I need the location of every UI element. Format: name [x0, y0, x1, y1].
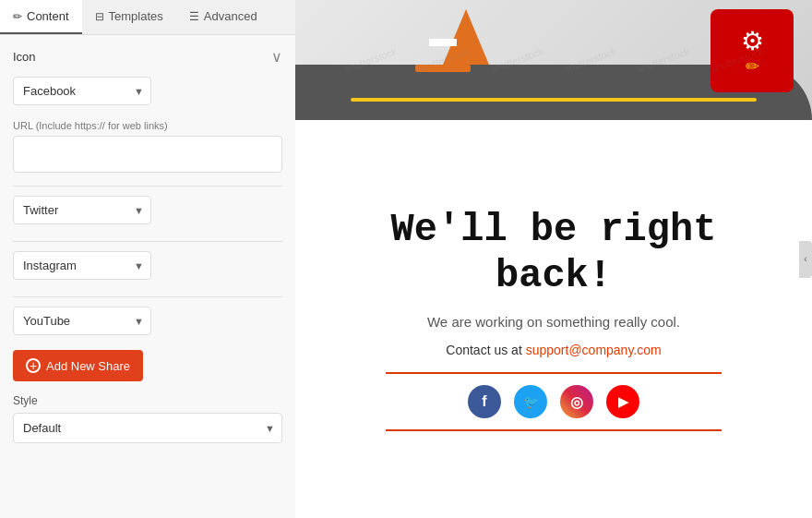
divider-1: [13, 186, 282, 187]
construction-image: ⚙ ✏ shutterstock shutterstock shuttersto…: [295, 0, 812, 120]
instagram-icon: ◎: [570, 393, 583, 411]
left-panel: ✏ Content ⊟ Templates ☰ Advanced Icon ∨ …: [0, 0, 295, 518]
twitter-select[interactable]: Twitter Facebook Instagram YouTube: [13, 196, 151, 224]
content-tab-icon: ✏: [13, 10, 22, 23]
youtube-select[interactable]: YouTube Facebook Twitter Instagram: [13, 307, 151, 335]
tab-content[interactable]: ✏ Content: [0, 0, 82, 34]
youtube-icon: ▶: [618, 394, 628, 409]
main-content: We'll be right back! We are working on s…: [295, 120, 812, 518]
contact-email: support@company.com: [526, 343, 662, 357]
coming-soon-subtitle: We are working on something really cool.: [427, 314, 680, 330]
watermark-container: shutterstock shutterstock shutterstock s…: [295, 0, 812, 120]
templates-tab-icon: ⊟: [95, 10, 104, 23]
style-label: Style: [13, 394, 282, 407]
panel-content: Icon ∨ Facebook Twitter Instagram YouTub…: [0, 35, 295, 518]
youtube-row: YouTube Facebook Twitter Instagram ▼: [13, 307, 282, 343]
facebook-icon: f: [482, 393, 486, 410]
advanced-tab-icon: ☰: [189, 10, 199, 23]
youtube-select-wrapper: YouTube Facebook Twitter Instagram ▼: [13, 307, 151, 335]
contact-prefix: Contact us at: [446, 343, 522, 357]
icon-section-header: Icon ∨: [13, 48, 282, 66]
right-panel: ⚙ ✏ shutterstock shutterstock shuttersto…: [295, 0, 812, 518]
contact-line: Contact us at support@company.com: [446, 343, 661, 357]
url-label: URL (Include https:// for web links): [13, 120, 282, 131]
title-line1: We'll be right: [391, 207, 717, 253]
add-new-share-button[interactable]: + Add New Share: [13, 350, 143, 381]
facebook-row: Facebook Twitter Instagram YouTube ▼: [13, 77, 282, 113]
watermark-3: shutterstock: [489, 45, 544, 75]
watermark-5: shutterstock: [636, 45, 691, 75]
tab-content-label: Content: [27, 9, 69, 23]
style-select-wrapper: Default ▼: [13, 413, 282, 443]
icon-section-title: Icon: [13, 50, 36, 64]
tab-bar: ✏ Content ⊟ Templates ☰ Advanced: [0, 0, 295, 35]
url-input[interactable]: [13, 136, 282, 173]
title-line2: back!: [391, 253, 717, 299]
tab-templates-label: Templates: [109, 9, 163, 23]
facebook-select[interactable]: Facebook Twitter Instagram YouTube: [13, 77, 151, 105]
facebook-select-wrapper: Facebook Twitter Instagram YouTube ▼: [13, 77, 151, 105]
watermark-2: shutterstock: [416, 45, 472, 75]
social-icon-instagram[interactable]: ◎: [560, 385, 593, 418]
instagram-select-wrapper: Instagram Facebook Twitter YouTube ▼: [13, 251, 151, 280]
social-icon-twitter[interactable]: 🐦: [514, 385, 547, 418]
coming-soon-title: We'll be right back!: [391, 207, 717, 300]
tab-advanced-label: Advanced: [204, 9, 257, 23]
divider-3: [13, 296, 282, 297]
instagram-select[interactable]: Instagram Facebook Twitter YouTube: [13, 251, 151, 280]
url-group: URL (Include https:// for web links): [13, 120, 282, 173]
watermark-1: shutterstock: [343, 45, 399, 75]
twitter-row: Twitter Facebook Instagram YouTube ▼: [13, 196, 282, 232]
plus-icon: +: [26, 358, 41, 373]
instagram-row: Instagram Facebook Twitter YouTube ▼: [13, 251, 282, 287]
watermark-4: shutterstock: [563, 45, 618, 75]
twitter-select-wrapper: Twitter Facebook Instagram YouTube ▼: [13, 196, 151, 224]
social-icon-facebook[interactable]: f: [468, 385, 501, 418]
social-icon-youtube[interactable]: ▶: [606, 385, 639, 418]
divider-2: [13, 241, 282, 242]
style-select[interactable]: Default: [13, 413, 282, 443]
social-icons-row: f 🐦 ◎ ▶: [386, 372, 722, 431]
tab-advanced[interactable]: ☰ Advanced: [176, 0, 270, 34]
watermark-6: shutterstock: [709, 45, 764, 75]
icon-section-toggle[interactable]: ∨: [271, 48, 282, 66]
tab-templates[interactable]: ⊟ Templates: [82, 0, 176, 34]
add-new-share-label: Add New Share: [46, 359, 130, 373]
twitter-icon: 🐦: [523, 394, 539, 409]
